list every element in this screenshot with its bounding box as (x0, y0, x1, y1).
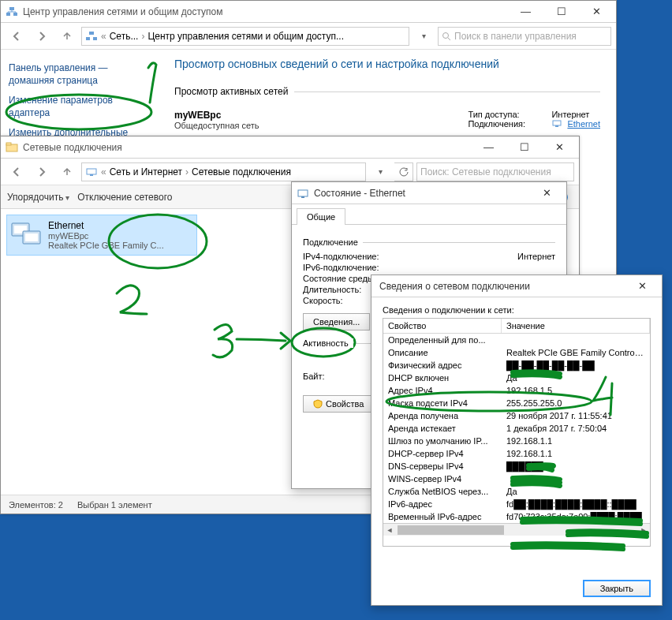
close-button[interactable]: ✕ (579, 2, 614, 22)
column-property[interactable]: Свойство (383, 319, 502, 333)
ipv4-conn-value: Интернет (413, 252, 555, 261)
item-count: Элементов: 2 (9, 500, 63, 510)
value-cell: Да (506, 485, 645, 498)
breadcrumb-segment[interactable]: Центр управления сетями и общим доступ..… (147, 31, 344, 42)
svg-rect-1 (13, 13, 17, 16)
dialog-title: Состояние - Ethernet (314, 188, 529, 199)
table-row[interactable]: DHCP-сервер IPv4192.168.1.1 (383, 447, 650, 460)
value-cell (506, 334, 645, 346)
history-button[interactable]: ▾ (369, 161, 391, 183)
up-button[interactable] (56, 161, 78, 183)
property-cell: Маска подсети IPv4 (388, 397, 506, 409)
network-type: Общедоступная сеть (174, 121, 259, 130)
breadcrumb[interactable]: « Сеть и Интернет › Сетевые подключения (81, 162, 366, 181)
organize-menu[interactable]: Упорядочить (7, 192, 69, 203)
table-row[interactable]: DHCP включенДа (383, 372, 650, 384)
svg-rect-22 (25, 233, 38, 241)
property-cell: Адрес IPv4 (388, 384, 506, 397)
network-center-icon (6, 6, 18, 18)
titlebar[interactable]: Состояние - Ethernet ✕ (292, 182, 566, 204)
close-dialog-button[interactable]: Закрыть (583, 580, 651, 597)
table-row[interactable]: Аренда получена29 ноября 2017 г. 11:55:4… (383, 409, 650, 422)
back-button[interactable] (6, 25, 28, 47)
folder-icon (6, 141, 18, 154)
titlebar[interactable]: Сетевые подключения — ☐ ✕ (1, 136, 579, 159)
breadcrumb-segment[interactable]: Сеть... (110, 31, 139, 42)
table-row[interactable]: Временный IPv6-адресfd70:723c:35da:7e00:… (383, 510, 650, 523)
column-value[interactable]: Значение (502, 319, 650, 333)
breadcrumb-segment[interactable]: Сеть и Интернет (110, 166, 182, 177)
chevron-icon: « (99, 31, 108, 42)
tab-general[interactable]: Общие (297, 208, 345, 225)
table-row[interactable]: Служба NetBIOS через...Да (383, 485, 650, 498)
svg-rect-11 (87, 169, 96, 174)
adapter-device: Realtek PCIe GBE Family C... (48, 241, 164, 250)
table-row[interactable]: DNS-серверы IPv4██████16 (383, 460, 650, 472)
table-row[interactable]: Маска подсети IPv4255.255.255.0 (383, 397, 650, 409)
svg-rect-8 (555, 125, 558, 127)
breadcrumb[interactable]: « Сеть... › Центр управления сетями и об… (81, 27, 409, 46)
property-cell: Временный IPv6-адрес (388, 510, 506, 523)
sidebar-link-adapter-settings[interactable]: Изменение параметров адаптера (9, 95, 151, 119)
table-row[interactable]: Определенный для по... (383, 334, 650, 346)
back-button[interactable] (6, 161, 28, 183)
svg-rect-10 (6, 143, 11, 145)
table-row[interactable]: IPv6-адресfd██:████:████:████::████ (383, 498, 650, 510)
table-row[interactable]: ОписаниеRealtek PCIe GBE Family Controll… (383, 346, 650, 359)
forward-button[interactable] (31, 25, 53, 47)
tab-row: Общие (292, 204, 566, 225)
value-cell: ██-██-██-██-██-██ (506, 359, 645, 372)
minimize-button[interactable]: — (471, 137, 506, 158)
search-input[interactable]: Поиск: Сетевые подключения (416, 162, 574, 181)
svg-rect-24 (301, 196, 304, 198)
disable-network-button[interactable]: Отключение сетевого (77, 192, 172, 203)
adapter-icon (10, 220, 42, 247)
ipv4-conn-label: IPv4-подключение: (303, 252, 413, 261)
history-button[interactable]: ▾ (413, 25, 435, 47)
search-icon (442, 32, 451, 41)
titlebar[interactable]: Сведения о сетевом подключении ✕ (371, 275, 662, 297)
adapter-name: Ethernet (48, 220, 164, 231)
close-button[interactable]: ✕ (542, 137, 577, 158)
minimize-button[interactable]: — (508, 2, 543, 22)
up-button[interactable] (56, 25, 78, 47)
property-cell: Определенный для по... (388, 334, 506, 346)
properties-button[interactable]: Свойства (303, 395, 374, 413)
scroll-right-icon[interactable]: ► (637, 526, 650, 534)
search-placeholder: Поиск в панели управления (454, 31, 577, 42)
property-cell: Описание (388, 346, 506, 359)
property-cell: IPv6-адрес (388, 498, 506, 510)
selection-count: Выбран 1 элемент (77, 500, 152, 510)
table-row[interactable]: WINS-сервер IPv4 (383, 472, 650, 485)
refresh-button[interactable] (394, 162, 413, 181)
table-row[interactable]: Адрес IPv4192.168.1.5 (383, 384, 650, 397)
close-button[interactable]: ✕ (529, 183, 565, 204)
access-type-value: Интернет (551, 110, 589, 119)
scrollbar-thumb[interactable] (398, 525, 504, 535)
value-cell (506, 472, 645, 485)
titlebar[interactable]: Центр управления сетями и общим доступом… (1, 1, 616, 23)
property-cell: Аренда истекает (388, 422, 506, 435)
close-button[interactable]: ✕ (625, 276, 660, 297)
forward-button[interactable] (31, 161, 53, 183)
adapter-item[interactable]: Ethernet myWEBpc Realtek PCIe GBE Family… (7, 215, 196, 255)
table-row[interactable]: Шлюз по умолчанию IP...192.168.1.1 (383, 435, 650, 447)
property-cell: Служба NetBIOS через... (388, 485, 506, 498)
search-input[interactable]: Поиск в панели управления (438, 27, 611, 46)
table-row[interactable]: Физический адрес██-██-██-██-██-██ (383, 359, 650, 372)
details-button[interactable]: Сведения... (303, 313, 370, 331)
svg-rect-7 (553, 121, 561, 125)
maximize-button[interactable]: ☐ (543, 2, 579, 22)
breadcrumb-segment[interactable]: Сетевые подключения (192, 166, 291, 177)
svg-rect-2 (9, 7, 14, 10)
value-cell: 192.168.1.1 (506, 435, 645, 447)
ethernet-icon (297, 187, 309, 200)
shield-icon (313, 399, 323, 409)
sidebar-link-home[interactable]: Панель управления — домашняя страница (9, 62, 151, 87)
horizontal-scrollbar[interactable]: ◄ ► (383, 523, 650, 536)
table-row[interactable]: Аренда истекает1 декабря 2017 г. 7:50:04 (383, 422, 650, 435)
maximize-button[interactable]: ☐ (506, 137, 542, 158)
value-cell: 1 декабря 2017 г. 7:50:04 (506, 422, 645, 435)
connection-link[interactable]: Ethernet (567, 119, 600, 129)
scroll-left-icon[interactable]: ◄ (383, 526, 396, 534)
